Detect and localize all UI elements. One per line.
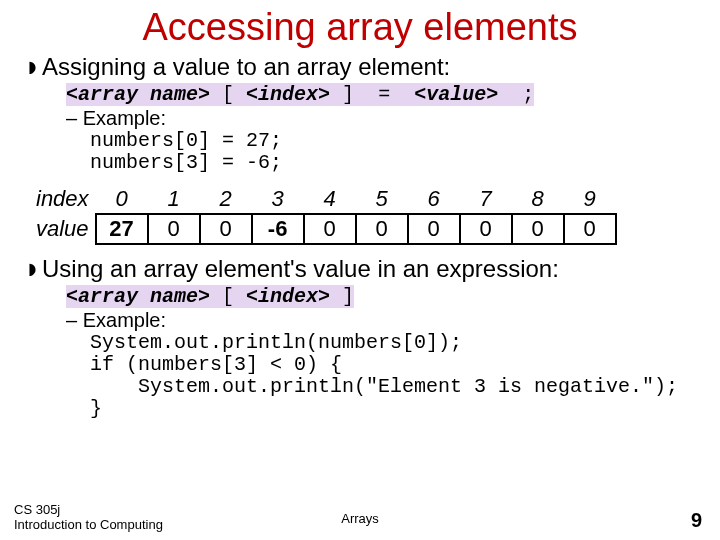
assign-syntax: <array name> [ <index> ] = <value> ; xyxy=(66,81,700,107)
example-label-1: – Example: xyxy=(66,107,700,130)
value-label: value xyxy=(36,214,96,244)
val-8: 0 xyxy=(512,214,564,244)
syntax-rbracket: ] xyxy=(342,83,354,106)
idx-4: 4 xyxy=(304,184,356,214)
val-1: 0 xyxy=(148,214,200,244)
syntax-equals: = xyxy=(366,83,402,106)
code-use-3: System.out.println("Element 3 is negativ… xyxy=(90,376,700,398)
syntax-index: <index> xyxy=(246,285,330,308)
val-4: 0 xyxy=(304,214,356,244)
footer-topic: Arrays xyxy=(0,511,720,526)
index-label: index xyxy=(36,184,96,214)
syntax-array-name: <array name> xyxy=(66,83,210,106)
idx-5: 5 xyxy=(356,184,408,214)
bullet-text: Assigning a value to an array element: xyxy=(42,53,450,81)
idx-6: 6 xyxy=(408,184,460,214)
bullet-text: Using an array element's value in an exp… xyxy=(42,255,559,283)
val-0: 27 xyxy=(96,214,148,244)
syntax-semi: ; xyxy=(510,83,534,106)
idx-2: 2 xyxy=(200,184,252,214)
bullet-assign: ◗ Assigning a value to an array element: xyxy=(28,53,700,81)
idx-8: 8 xyxy=(512,184,564,214)
syntax-rbracket: ] xyxy=(342,285,354,308)
code-assign-1: numbers[0] = 27; xyxy=(90,130,700,152)
idx-3: 3 xyxy=(252,184,304,214)
code-use-2: if (numbers[3] < 0) { xyxy=(90,354,700,376)
slide-body: ◗ Assigning a value to an array element:… xyxy=(0,53,720,420)
val-3: -6 xyxy=(252,214,304,244)
code-assign-2: numbers[3] = -6; xyxy=(90,152,700,174)
code-use-1: System.out.println(numbers[0]); xyxy=(90,332,700,354)
syntax-lbracket: [ xyxy=(222,83,234,106)
syntax-value: <value> xyxy=(414,83,498,106)
array-table: index 0 1 2 3 4 5 6 7 8 9 value 27 0 0 -… xyxy=(36,184,617,245)
table-value-row: value 27 0 0 -6 0 0 0 0 0 0 xyxy=(36,214,616,244)
idx-7: 7 xyxy=(460,184,512,214)
code-use-4: } xyxy=(90,398,700,420)
page-number: 9 xyxy=(691,509,702,532)
syntax-array-name: <array name> xyxy=(66,285,210,308)
use-syntax: <array name> [ <index> ] xyxy=(66,283,700,309)
idx-1: 1 xyxy=(148,184,200,214)
bullet-use: ◗ Using an array element's value in an e… xyxy=(28,255,700,283)
idx-0: 0 xyxy=(96,184,148,214)
val-2: 0 xyxy=(200,214,252,244)
val-9: 0 xyxy=(564,214,616,244)
val-5: 0 xyxy=(356,214,408,244)
val-7: 0 xyxy=(460,214,512,244)
val-6: 0 xyxy=(408,214,460,244)
example-label-2: – Example: xyxy=(66,309,700,332)
bullet-icon: ◗ xyxy=(28,255,42,283)
syntax-lbracket: [ xyxy=(222,285,234,308)
syntax-index: <index> xyxy=(246,83,330,106)
bullet-icon: ◗ xyxy=(28,53,42,81)
idx-9: 9 xyxy=(564,184,616,214)
slide-title: Accessing array elements xyxy=(0,0,720,51)
table-index-row: index 0 1 2 3 4 5 6 7 8 9 xyxy=(36,184,616,214)
